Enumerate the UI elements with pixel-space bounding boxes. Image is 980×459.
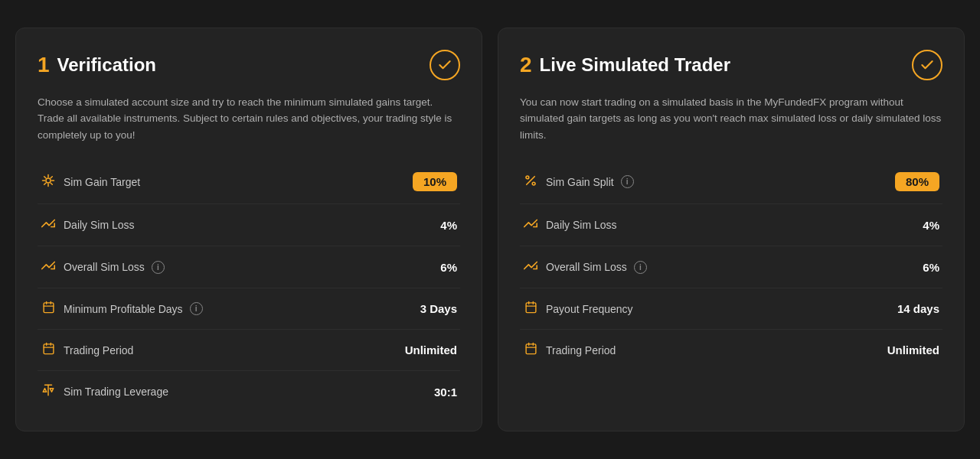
stat-value-overall-sim-loss-2: 6%: [923, 261, 939, 274]
card-description-live-simulated-trader: You can now start trading on a simulated…: [520, 94, 942, 144]
stat-label-name-daily-sim-loss-2: Daily Sim Loss: [546, 219, 617, 231]
stat-value-trading-period: Unlimited: [405, 343, 457, 356]
calendar-icon: [523, 301, 538, 317]
svg-line-7: [44, 183, 46, 184]
stat-label-name-trading-period-2: Trading Period: [546, 344, 616, 356]
calendar-icon: [523, 342, 538, 358]
main-container: 1VerificationChoose a simulated account …: [15, 28, 965, 432]
stat-label-name-sim-gain-target: Sim Gain Target: [64, 176, 140, 188]
step-number-verification: 1: [38, 54, 50, 76]
stat-label-name-trading-period: Trading Period: [64, 344, 133, 356]
stat-label-text-daily-sim-loss: Daily Sim Loss: [64, 219, 135, 231]
title-text-live-simulated-trader: Live Simulated Trader: [540, 54, 730, 76]
stat-row-minimum-profitable-days: Minimum Profitable Daysi3 Days: [38, 288, 460, 330]
stat-row-sim-gain-target: Sim Gain Target10%: [38, 160, 460, 204]
stat-label-text-sim-trading-leverage: Sim Trading Leverage: [64, 386, 168, 398]
stat-label-name-sim-trading-leverage: Sim Trading Leverage: [64, 386, 168, 398]
stat-label-name-daily-sim-loss: Daily Sim Loss: [64, 219, 135, 231]
info-icon-overall-sim-loss-2[interactable]: i: [634, 261, 647, 274]
stat-label-payout-frequency: Payout Frequency: [523, 301, 633, 317]
stat-label-text-sim-gain-target: Sim Gain Target: [64, 176, 140, 188]
title-text-verification: Verification: [57, 54, 156, 76]
stat-value-sim-gain-split: 80%: [895, 172, 939, 191]
arrow-down-icon: [523, 259, 538, 275]
stat-label-sim-trading-leverage: Sim Trading Leverage: [41, 383, 168, 400]
arrow-down-icon: [41, 216, 56, 233]
svg-point-0: [46, 178, 51, 183]
stat-value-daily-sim-loss-2: 4%: [923, 219, 939, 232]
stat-row-daily-sim-loss: Daily Sim Loss4%: [38, 204, 460, 246]
info-icon-sim-gain-split[interactable]: i: [621, 175, 634, 188]
stat-row-daily-sim-loss-2: Daily Sim Loss4%: [520, 204, 942, 246]
svg-line-8: [51, 177, 52, 178]
svg-line-19: [527, 177, 535, 185]
svg-point-21: [532, 182, 535, 185]
stat-value-sim-gain-target: 10%: [413, 172, 457, 191]
stat-label-text-daily-sim-loss-2: Daily Sim Loss: [546, 219, 617, 231]
percent-icon: [523, 174, 538, 190]
stat-value-daily-sim-loss: 4%: [440, 219, 457, 232]
stat-value-minimum-profitable-days: 3 Days: [420, 302, 457, 315]
card-verification: 1VerificationChoose a simulated account …: [15, 28, 482, 432]
stat-label-text-sim-gain-split: Sim Gain Spliti: [546, 175, 634, 188]
stat-label-sim-gain-target: Sim Gain Target: [41, 174, 140, 190]
stat-label-text-minimum-profitable-days: Minimum Profitable Daysi: [64, 302, 203, 315]
card-header-verification: 1Verification: [38, 50, 460, 80]
stat-value-overall-sim-loss: 6%: [440, 261, 457, 274]
card-header-live-simulated-trader: 2Live Simulated Trader: [520, 50, 942, 80]
stat-row-trading-period-2: Trading PeriodUnlimited: [520, 330, 942, 370]
calendar-icon: [41, 342, 56, 358]
card-live-simulated-trader: 2Live Simulated TraderYou can now start …: [498, 28, 965, 432]
stat-value-payout-frequency: 14 days: [897, 302, 939, 315]
card-description-verification: Choose a simulated account size and try …: [38, 94, 460, 144]
stat-value-trading-period-2: Unlimited: [887, 343, 939, 356]
svg-rect-22: [526, 303, 536, 313]
stat-row-sim-trading-leverage: Sim Trading Leverage30:1: [38, 371, 460, 412]
check-icon-verification: [430, 50, 460, 80]
svg-line-3: [44, 177, 46, 178]
stat-label-name-overall-sim-loss: Overall Sim Loss: [64, 261, 145, 273]
svg-point-20: [526, 176, 529, 179]
stat-row-payout-frequency: Payout Frequency14 days: [520, 288, 942, 330]
step-number-live-simulated-trader: 2: [520, 54, 532, 76]
arrow-down-icon: [41, 259, 56, 275]
info-icon-overall-sim-loss[interactable]: i: [152, 261, 165, 274]
info-icon-minimum-profitable-days[interactable]: i: [190, 302, 203, 315]
spark-icon: [41, 174, 56, 190]
scale-icon: [41, 383, 56, 400]
stat-label-text-payout-frequency: Payout Frequency: [546, 303, 633, 315]
stat-label-name-sim-gain-split: Sim Gain Split: [546, 176, 614, 188]
stat-row-sim-gain-split: Sim Gain Spliti80%: [520, 160, 942, 204]
card-title-live-simulated-trader: 2Live Simulated Trader: [520, 54, 730, 76]
stat-label-name-overall-sim-loss-2: Overall Sim Loss: [546, 261, 627, 273]
svg-line-4: [51, 183, 52, 184]
check-icon-live-simulated-trader: [912, 50, 942, 80]
stat-row-overall-sim-loss-2: Overall Sim Lossi6%: [520, 246, 942, 288]
card-title-verification: 1Verification: [38, 54, 156, 76]
stat-label-overall-sim-loss: Overall Sim Lossi: [41, 259, 165, 275]
stat-label-sim-gain-split: Sim Gain Spliti: [523, 174, 634, 190]
stat-label-text-overall-sim-loss-2: Overall Sim Lossi: [546, 261, 647, 274]
stat-label-text-trading-period-2: Trading Period: [546, 344, 616, 356]
stat-row-trading-period: Trading PeriodUnlimited: [38, 330, 460, 371]
svg-rect-13: [44, 344, 54, 354]
stat-label-name-minimum-profitable-days: Minimum Profitable Days: [64, 303, 183, 315]
svg-rect-26: [526, 344, 536, 354]
stat-label-text-trading-period: Trading Period: [64, 344, 133, 356]
arrow-down-icon: [523, 216, 538, 233]
svg-rect-9: [44, 303, 54, 313]
stat-row-overall-sim-loss: Overall Sim Lossi6%: [38, 246, 460, 288]
calendar-icon: [41, 301, 56, 317]
stat-label-daily-sim-loss-2: Daily Sim Loss: [523, 216, 617, 233]
stat-label-overall-sim-loss-2: Overall Sim Lossi: [523, 259, 647, 275]
stat-label-text-overall-sim-loss: Overall Sim Lossi: [64, 261, 165, 274]
stat-label-minimum-profitable-days: Minimum Profitable Daysi: [41, 301, 203, 317]
stat-label-trading-period-2: Trading Period: [523, 342, 616, 358]
stat-label-trading-period: Trading Period: [41, 342, 133, 358]
stat-label-daily-sim-loss: Daily Sim Loss: [41, 216, 135, 233]
stat-label-name-payout-frequency: Payout Frequency: [546, 303, 633, 315]
stat-value-sim-trading-leverage: 30:1: [434, 386, 457, 399]
